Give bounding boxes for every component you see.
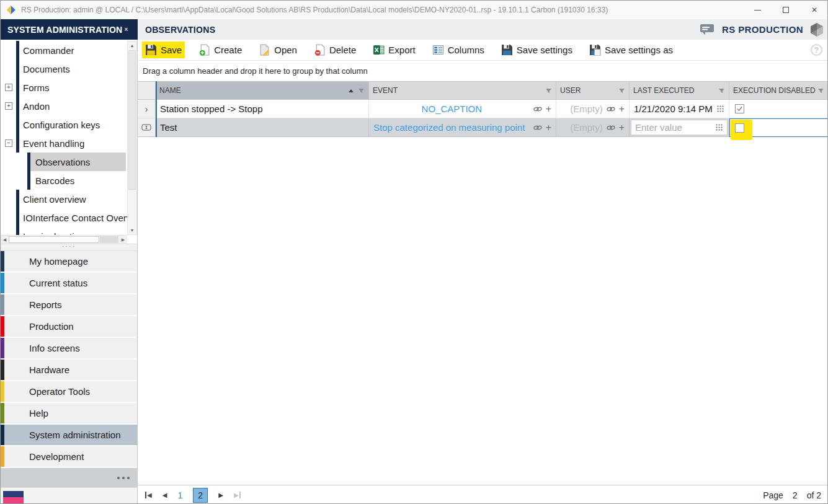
help-button[interactable]: ? xyxy=(811,44,822,56)
pager-next-icon[interactable]: ▶ xyxy=(218,492,223,498)
tree-item-observations[interactable]: Observations xyxy=(1,153,127,171)
tree-item-iointerface-contact-overview[interactable]: IOInterface Contact Overv xyxy=(1,208,127,227)
tree-vertical-scrollbar[interactable]: ▲ ▼ xyxy=(127,41,137,235)
page-number-field[interactable]: 2 xyxy=(793,490,798,500)
collapse-icon[interactable]: − xyxy=(5,139,12,147)
expand-icon[interactable]: + xyxy=(5,84,12,91)
cell-user[interactable]: (Empty) + xyxy=(556,100,630,118)
pager-page-2-current[interactable]: 2 xyxy=(193,488,208,503)
filter-icon[interactable] xyxy=(358,87,365,94)
link-icon[interactable] xyxy=(606,124,616,131)
add-icon[interactable]: + xyxy=(546,104,551,114)
tree-item-commander[interactable]: Commander xyxy=(1,41,127,60)
cell-name[interactable]: Test xyxy=(156,118,369,137)
tree-item-client-overview[interactable]: Client overview xyxy=(1,190,127,208)
picker-grid-icon[interactable] xyxy=(715,123,723,131)
link-icon[interactable] xyxy=(533,124,543,131)
nav-item-my-homepage[interactable]: My homepage xyxy=(1,251,137,273)
tree-item-forms[interactable]: +Forms xyxy=(1,78,127,97)
grid-row-test[interactable]: Test Stop categorized on measuring point… xyxy=(138,118,828,137)
window-title: RS Production: admin @ LOCAL / C:\Users\… xyxy=(21,6,608,14)
nav-color-bar xyxy=(1,403,4,423)
event-link[interactable]: Stop categorized on measuring point xyxy=(373,122,530,133)
cell-last-executed-editor[interactable] xyxy=(630,118,729,137)
link-icon[interactable] xyxy=(533,105,543,113)
expand-icon[interactable]: + xyxy=(5,102,12,110)
column-header-user[interactable]: USER xyxy=(556,81,630,100)
scroll-up-icon[interactable]: ▲ xyxy=(128,42,136,50)
save-settings-as-button[interactable]: Save settings as xyxy=(586,42,676,58)
cell-execution-disabled-editor[interactable] xyxy=(729,118,828,137)
event-link[interactable]: NO_CAPTION xyxy=(373,104,530,114)
column-header-execution-disabled[interactable]: EXECUTION DISABLED xyxy=(729,81,828,100)
cell-event[interactable]: NO_CAPTION + xyxy=(369,100,556,118)
add-icon[interactable]: + xyxy=(546,123,551,133)
filter-icon[interactable] xyxy=(718,87,725,94)
add-icon[interactable]: + xyxy=(619,104,625,114)
cell-event[interactable]: Stop categorized on measuring point + xyxy=(369,118,556,137)
cell-execution-disabled[interactable] xyxy=(729,100,828,118)
last-executed-input[interactable] xyxy=(635,122,715,133)
tree-item-documents[interactable]: Documents xyxy=(1,60,127,78)
panel-splitter[interactable]: ···· xyxy=(1,244,137,251)
column-header-event[interactable]: EVENT xyxy=(369,81,556,100)
maximize-button[interactable] xyxy=(772,1,800,19)
save-settings-button[interactable]: Save settings xyxy=(498,42,576,58)
nav-item-operator-tools[interactable]: Operator Tools xyxy=(1,381,137,403)
tree-item-log-in-duration[interactable]: Log in duration xyxy=(1,227,127,235)
scrollbar-thumb[interactable] xyxy=(128,50,136,190)
feedback-bubble-icon[interactable] xyxy=(700,23,715,36)
nav-overflow-icon[interactable] xyxy=(117,477,130,479)
filter-icon[interactable] xyxy=(618,87,625,94)
nav-item-production[interactable]: Production xyxy=(1,316,137,338)
tree-accent-bar xyxy=(16,227,19,235)
scrollbar-thumb[interactable] xyxy=(9,236,99,243)
cell-last-executed[interactable]: 1/21/2020 9:14 PM xyxy=(630,100,729,118)
tree-item-event-handling[interactable]: −Event handling xyxy=(1,134,127,153)
nav-item-system-administration[interactable]: System administration xyxy=(1,425,137,446)
columns-button[interactable]: Columns xyxy=(429,42,487,58)
column-header-last-executed[interactable]: LAST EXECUTED xyxy=(630,81,729,100)
tree-item-configuration-keys[interactable]: Configuration keys xyxy=(1,115,127,134)
pager-first-icon[interactable]: ◀ xyxy=(145,492,152,498)
picker-grid-icon[interactable] xyxy=(716,105,724,113)
minimize-button[interactable] xyxy=(743,1,772,19)
link-icon[interactable] xyxy=(606,105,616,113)
tree-item-andon[interactable]: +Andon xyxy=(1,97,127,115)
save-button[interactable]: Save xyxy=(142,42,185,58)
scroll-left-icon[interactable]: ◀ xyxy=(1,236,9,244)
column-header-name[interactable]: NAME xyxy=(156,81,369,100)
tree-item-barcodes[interactable]: Barcodes xyxy=(1,171,127,190)
filter-icon[interactable] xyxy=(817,87,824,94)
pager-last-icon[interactable]: ▶ xyxy=(234,492,241,498)
nav-item-current-status[interactable]: Current status xyxy=(1,273,137,294)
open-button[interactable]: Open xyxy=(256,42,300,58)
delete-button[interactable]: Delete xyxy=(311,42,359,58)
nav-color-bar xyxy=(1,273,4,293)
scroll-right-icon[interactable]: ▶ xyxy=(119,236,127,244)
group-by-panel[interactable]: Drag a column header and drop it here to… xyxy=(138,61,828,81)
checkbox-unchecked[interactable] xyxy=(735,123,744,133)
nav-item-hardware[interactable]: Hardware xyxy=(1,360,137,381)
scroll-down-icon[interactable]: ▼ xyxy=(128,226,136,234)
tree-accent-bar xyxy=(27,171,30,190)
nav-item-reports[interactable]: Reports xyxy=(1,294,137,316)
nav-item-help[interactable]: Help xyxy=(1,403,137,425)
create-button[interactable]: Create xyxy=(195,42,245,58)
module-tab-system-administration[interactable]: SYSTEM ADMINISTRATION × xyxy=(1,19,138,40)
grid-row-station-stopped[interactable]: › Station stopped -> Stopp NO_CAPTION + … xyxy=(138,100,828,118)
export-button[interactable]: Export xyxy=(370,42,418,58)
add-icon[interactable]: + xyxy=(619,123,625,133)
nav-item-info-screens[interactable]: Info screens xyxy=(1,338,137,360)
focused-cell-editor[interactable] xyxy=(729,118,828,137)
cell-name[interactable]: Station stopped -> Stopp xyxy=(156,100,369,118)
checkbox-checked[interactable] xyxy=(735,104,744,113)
filter-icon[interactable] xyxy=(545,87,552,94)
nav-item-development[interactable]: Development xyxy=(1,446,137,468)
cell-user[interactable]: (Empty) + xyxy=(556,118,630,137)
row-focus-indicator: › xyxy=(138,100,156,118)
module-tab-close-icon[interactable]: × xyxy=(124,26,128,33)
pager-prev-icon[interactable]: ◀ xyxy=(162,492,167,498)
pager-page-1[interactable]: 1 xyxy=(177,490,182,500)
close-button[interactable]: ✕ xyxy=(800,1,828,19)
